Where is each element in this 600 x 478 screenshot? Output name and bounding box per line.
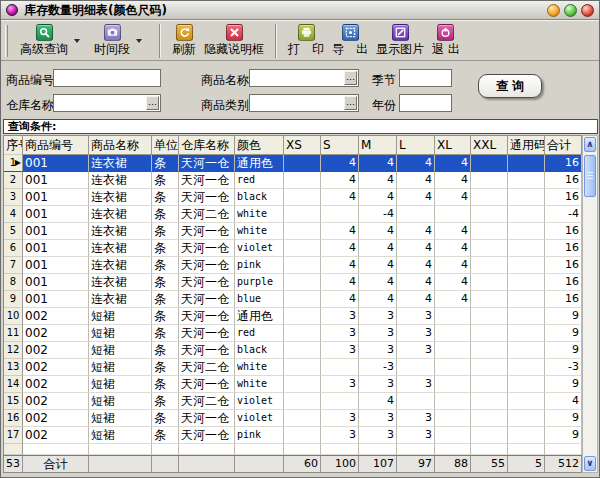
cell: red [235, 172, 284, 189]
season-input[interactable] [399, 69, 452, 87]
cell: 4 [321, 172, 359, 189]
table-row[interactable]: 17002短裙条天河一仓pink3339 [4, 427, 582, 444]
cell [284, 240, 321, 257]
vertical-scrollbar[interactable]: ∧ ∨ [582, 135, 598, 473]
cell: 连衣裙 [89, 291, 152, 308]
table-row[interactable]: 10002短裙条天河一仓通用色3339 [4, 308, 582, 325]
scroll-up-button[interactable]: ∧ [584, 137, 596, 152]
column-header[interactable]: L [397, 136, 435, 155]
partial-row[interactable] [4, 444, 582, 455]
cell: 天河一仓 [179, 308, 235, 325]
column-header[interactable]: 颜色 [235, 136, 284, 155]
cell: 4 [321, 274, 359, 291]
column-header[interactable]: 单位 [152, 136, 179, 155]
cell [508, 274, 545, 291]
column-header[interactable]: 仓库名称 [179, 136, 235, 155]
table-row[interactable]: 14002短裙条天河一仓white3339 [4, 376, 582, 393]
column-header[interactable]: 序号 [4, 136, 23, 155]
cell: 4 [397, 172, 435, 189]
column-header[interactable]: XL [435, 136, 471, 155]
cell: 连衣裙 [89, 206, 152, 223]
refresh-button[interactable]: 刷新 [168, 23, 200, 58]
column-header[interactable]: XS [284, 136, 321, 155]
cell: 连衣裙 [89, 257, 152, 274]
titlebar[interactable]: 库存数量明细表(颜色尺码) [1, 1, 599, 20]
table-row[interactable]: 2001连衣裙条天河一仓red444416 [4, 172, 582, 189]
cell: 条 [152, 155, 179, 172]
close-button[interactable] [581, 4, 594, 17]
table-row[interactable]: 7001连衣裙条天河一仓pink444416 [4, 257, 582, 274]
table-row[interactable]: 11002短裙条天河一仓red3339 [4, 325, 582, 342]
cell [471, 427, 508, 444]
table-row[interactable]: 6001连衣裙条天河一仓violet444416 [4, 240, 582, 257]
warehouse-browse-button[interactable]: … [146, 96, 159, 110]
cell [508, 376, 545, 393]
table-row[interactable]: 4001连衣裙条天河二仓white-4-4 [4, 206, 582, 223]
show-image-button[interactable]: 显示图片 [372, 23, 428, 58]
advanced-query-button[interactable]: 高级查询 [16, 23, 72, 58]
cell: 12 [4, 342, 23, 359]
product-name-label: 商品名称 [201, 72, 249, 89]
warehouse-input[interactable] [53, 94, 161, 112]
maximize-button[interactable] [564, 4, 577, 17]
scroll-thumb[interactable] [584, 155, 596, 197]
cell: 001 [23, 189, 89, 206]
column-header[interactable]: 通用码 [508, 136, 545, 155]
power-icon [437, 24, 454, 41]
product-name-input[interactable] [249, 69, 359, 87]
table-row[interactable]: 12002短裙条天河一仓black3339 [4, 342, 582, 359]
cell: 短裙 [89, 410, 152, 427]
cell [284, 172, 321, 189]
cell: 9 [4, 291, 23, 308]
toolbar-separator [275, 24, 277, 58]
category-browse-button[interactable]: … [344, 96, 357, 110]
category-input[interactable] [249, 94, 359, 112]
cell: 3 [397, 427, 435, 444]
product-code-input[interactable] [53, 69, 161, 87]
cell [359, 444, 397, 455]
time-period-button[interactable]: 时间段 [90, 23, 134, 58]
time-period-dropdown-arrow[interactable] [134, 27, 144, 55]
column-header[interactable]: 合计 [545, 136, 582, 155]
column-header[interactable]: 商品编号 [23, 136, 89, 155]
table-row[interactable]: 1▶001连衣裙条天河一仓通用色444416 [4, 155, 582, 172]
table-row[interactable]: 15002短裙条天河二仓violet44 [4, 393, 582, 410]
table-row[interactable]: 5001连衣裙条天河一仓white444416 [4, 223, 582, 240]
cell: 14 [4, 376, 23, 393]
cell: 天河一仓 [179, 240, 235, 257]
product-name-browse-button[interactable]: … [344, 71, 357, 85]
exit-button[interactable]: 退 出 [428, 23, 464, 58]
query-button[interactable]: 查 询 [478, 74, 542, 98]
advanced-query-dropdown-arrow[interactable] [72, 27, 82, 55]
toolbar-grip-handle[interactable] [5, 25, 8, 57]
cell [321, 359, 359, 376]
cell: 连衣裙 [89, 240, 152, 257]
export-marquee-icon [342, 24, 359, 41]
column-header[interactable]: M [359, 136, 397, 155]
table-row[interactable]: 13002短裙条天河二仓white-3-3 [4, 359, 582, 376]
cell [508, 206, 545, 223]
print-button[interactable]: 打 印 [284, 23, 328, 58]
cell: 4 [397, 291, 435, 308]
minimize-button[interactable] [547, 4, 560, 17]
column-header[interactable]: S [321, 136, 359, 155]
cell: 17 [4, 427, 23, 444]
table-row[interactable]: 16002短裙条天河一仓violet3339 [4, 410, 582, 427]
cell: 3 [321, 427, 359, 444]
cell [435, 308, 471, 325]
cell: 16 [545, 189, 582, 206]
column-header[interactable]: 商品名称 [89, 136, 152, 155]
cell: white [235, 359, 284, 376]
table-row[interactable]: 9001连衣裙条天河一仓blue444416 [4, 291, 582, 308]
cell: 天河一仓 [179, 325, 235, 342]
table-row[interactable]: 3001连衣裙条天河一仓black444416 [4, 189, 582, 206]
column-header[interactable]: XXL [471, 136, 508, 155]
cell: 7 [4, 257, 23, 274]
table-row[interactable]: 8001连衣裙条天河一仓purple444416 [4, 274, 582, 291]
year-input[interactable] [399, 94, 452, 112]
hide-note-button[interactable]: 隐藏说明框 [200, 23, 268, 58]
cell: 条 [152, 427, 179, 444]
cell: 天河一仓 [179, 257, 235, 274]
export-button[interactable]: 导 出 [328, 23, 372, 58]
scroll-down-button[interactable]: ∨ [584, 456, 596, 471]
